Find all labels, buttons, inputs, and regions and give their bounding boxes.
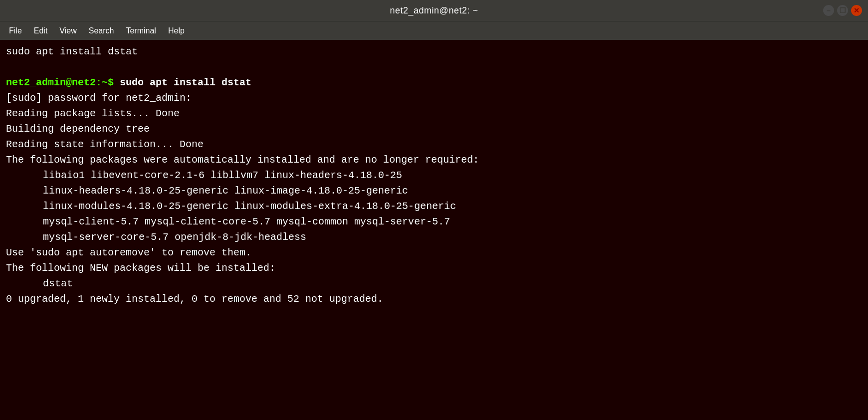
terminal-window: net2_admin@net2: ~ – ❐ ✕ File Edit View … — [0, 0, 868, 420]
menu-view[interactable]: View — [54, 24, 81, 37]
menu-terminal[interactable]: Terminal — [121, 24, 161, 37]
maximize-button[interactable]: ❐ — [837, 5, 848, 16]
terminal-line-new: The following NEW packages will be insta… — [6, 260, 862, 276]
terminal-line-auto: The following packages were automaticall… — [6, 152, 862, 168]
terminal-line-blank — [6, 59, 862, 75]
window-controls: – ❐ ✕ — [823, 5, 862, 16]
terminal-line-pkg2: linux-headers-4.18.0-25-generic linux-im… — [6, 183, 862, 199]
menu-file[interactable]: File — [4, 24, 27, 37]
terminal-line-prompt: net2_admin@net2:~$ sudo apt install dsta… — [6, 75, 862, 90]
terminal-line-pkg3: linux-modules-4.18.0-25-generic linux-mo… — [6, 199, 862, 214]
menu-help[interactable]: Help — [163, 24, 190, 37]
menu-search[interactable]: Search — [84, 24, 119, 37]
close-button[interactable]: ✕ — [851, 5, 862, 16]
terminal-line-building: Building dependency tree — [6, 121, 862, 137]
terminal-line-1: sudo apt install dstat — [6, 44, 862, 59]
menu-bar: File Edit View Search Terminal Help — [0, 21, 868, 40]
window-title: net2_admin@net2: ~ — [390, 5, 478, 16]
terminal-line-state: Reading state information... Done — [6, 137, 862, 152]
terminal-line-summary: 0 upgraded, 1 newly installed, 0 to remo… — [6, 291, 862, 307]
terminal-line-pkg4: mysql-client-5.7 mysql-client-core-5.7 m… — [6, 214, 862, 229]
prompt-command: sudo apt install dstat — [114, 77, 251, 88]
terminal-line-dstat: dstat — [6, 276, 862, 291]
prompt-user: net2_admin@net2:~$ — [6, 77, 114, 88]
terminal-line-pkg5: mysql-server-core-5.7 openjdk-8-jdk-head… — [6, 229, 862, 245]
terminal-line-pkg1: libaio1 libevent-core-2.1-6 libllvm7 lin… — [6, 168, 862, 183]
terminal-line-autoremove: Use 'sudo apt autoremove' to remove them… — [6, 245, 862, 260]
terminal-line-reading: Reading package lists... Done — [6, 106, 862, 121]
title-bar: net2_admin@net2: ~ – ❐ ✕ — [0, 0, 868, 21]
menu-edit[interactable]: Edit — [29, 24, 53, 37]
terminal-line-sudo: [sudo] password for net2_admin: — [6, 90, 862, 106]
terminal-body[interactable]: sudo apt install dstat net2_admin@net2:~… — [0, 40, 868, 420]
minimize-button[interactable]: – — [823, 5, 834, 16]
